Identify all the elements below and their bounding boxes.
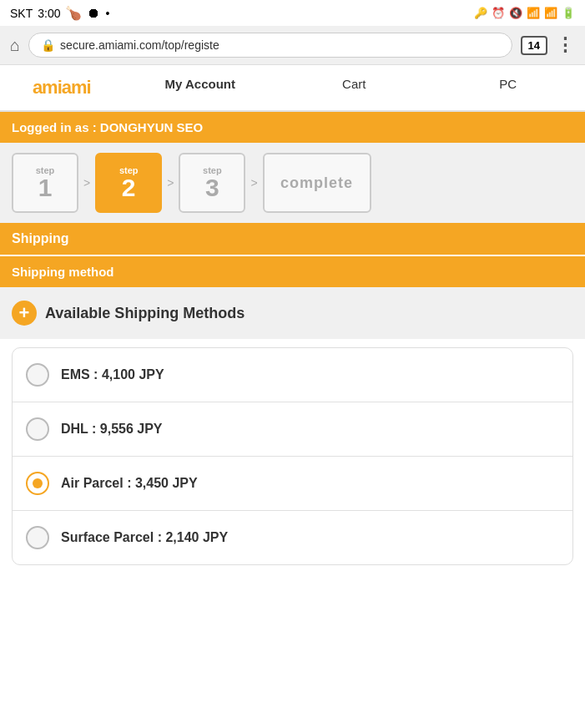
available-shipping-section: + Available Shipping Methods bbox=[0, 287, 585, 339]
time-text: 3:00 bbox=[38, 7, 60, 20]
wifi-icon: 📶 bbox=[527, 7, 540, 19]
shipping-option-air-parcel[interactable]: Air Parcel : 3,450 JPY bbox=[13, 457, 572, 511]
radio-dhl[interactable] bbox=[26, 417, 49, 441]
arrow1-icon: > bbox=[83, 176, 90, 190]
step1-num: 1 bbox=[38, 175, 53, 200]
steps-bar: step 1 > step 2 > step 3 > complete bbox=[0, 143, 585, 223]
arrow3-icon: > bbox=[250, 176, 257, 190]
radio-inner-air-parcel bbox=[33, 478, 43, 488]
step3-box[interactable]: step 3 bbox=[179, 153, 245, 213]
shipping-option-ems[interactable]: EMS : 4,100 JPY bbox=[13, 348, 572, 402]
section-subheader-text: Shipping method bbox=[12, 265, 113, 279]
shipping-methods-title: Available Shipping Methods bbox=[45, 305, 245, 322]
record-icon: ⏺ bbox=[87, 6, 100, 21]
carrier-text: SKT bbox=[10, 7, 33, 20]
url-text: secure.amiami.com/top/registe bbox=[60, 38, 219, 52]
arrow2-icon: > bbox=[167, 176, 174, 190]
section-header-text: Shipping bbox=[12, 231, 68, 245]
shipping-label-ems: EMS : 4,100 JPY bbox=[61, 367, 164, 382]
home-icon[interactable]: ⌂ bbox=[10, 36, 20, 55]
logo-tab[interactable]: amiami bbox=[0, 65, 124, 110]
alarm-icon: ⏰ bbox=[492, 7, 505, 19]
signal-icon: 📶 bbox=[544, 7, 557, 19]
browser-bar: ⌂ 🔒 secure.amiami.com/top/registe 14 ⋮ bbox=[0, 26, 585, 65]
tab-my-account[interactable]: My Account bbox=[124, 65, 277, 110]
lock-icon: 🔒 bbox=[41, 38, 55, 52]
tab-pc[interactable]: PC bbox=[431, 65, 585, 110]
shipping-label-dhl: DHL : 9,556 JPY bbox=[61, 422, 163, 437]
shipping-option-dhl[interactable]: DHL : 9,556 JPY bbox=[13, 402, 572, 457]
mute-icon: 🔇 bbox=[509, 7, 522, 19]
battery-icon: 🔋 bbox=[562, 7, 575, 19]
step2-box[interactable]: step 2 bbox=[95, 153, 162, 213]
section-subheader-method: Shipping method bbox=[0, 256, 585, 287]
more-menu-button[interactable]: ⋮ bbox=[556, 34, 575, 56]
dot-icon: • bbox=[105, 7, 109, 20]
nav-tabs: amiami My Account Cart PC bbox=[0, 65, 585, 112]
shipping-label-air-parcel: Air Parcel : 3,450 JPY bbox=[61, 476, 198, 491]
logged-in-bar: Logged in as : DONGHYUN SEO bbox=[0, 112, 585, 143]
tab-count[interactable]: 14 bbox=[521, 36, 547, 55]
step1-box[interactable]: step 1 bbox=[12, 153, 78, 213]
logged-in-text: Logged in as : DONGHYUN SEO bbox=[12, 120, 203, 134]
status-right: 🔑 ⏰ 🔇 📶 📶 🔋 bbox=[474, 7, 575, 19]
tab-cart[interactable]: Cart bbox=[277, 65, 431, 110]
shipping-label-surface-parcel: Surface Parcel : 2,140 JPY bbox=[61, 530, 228, 545]
shipping-option-surface-parcel[interactable]: Surface Parcel : 2,140 JPY bbox=[13, 511, 572, 564]
section-header-shipping: Shipping bbox=[0, 223, 585, 255]
status-bar: SKT 3:00 🍗 ⏺ • 🔑 ⏰ 🔇 📶 📶 🔋 bbox=[0, 0, 585, 26]
radio-air-parcel[interactable] bbox=[26, 472, 49, 495]
plus-icon[interactable]: + bbox=[12, 301, 37, 326]
radio-surface-parcel[interactable] bbox=[26, 526, 49, 549]
kfc-icon: 🍗 bbox=[65, 5, 82, 21]
key-icon: 🔑 bbox=[474, 7, 487, 19]
status-left: SKT 3:00 🍗 ⏺ • bbox=[10, 5, 109, 21]
address-bar[interactable]: 🔒 secure.amiami.com/top/registe bbox=[28, 33, 512, 58]
logo-text: amiami bbox=[33, 77, 91, 98]
shipping-options-list: EMS : 4,100 JPY DHL : 9,556 JPY Air Parc… bbox=[12, 347, 573, 565]
step2-num: 2 bbox=[122, 175, 136, 200]
complete-box[interactable]: complete bbox=[263, 153, 371, 213]
radio-ems[interactable] bbox=[26, 363, 49, 387]
step3-num: 3 bbox=[205, 175, 219, 200]
